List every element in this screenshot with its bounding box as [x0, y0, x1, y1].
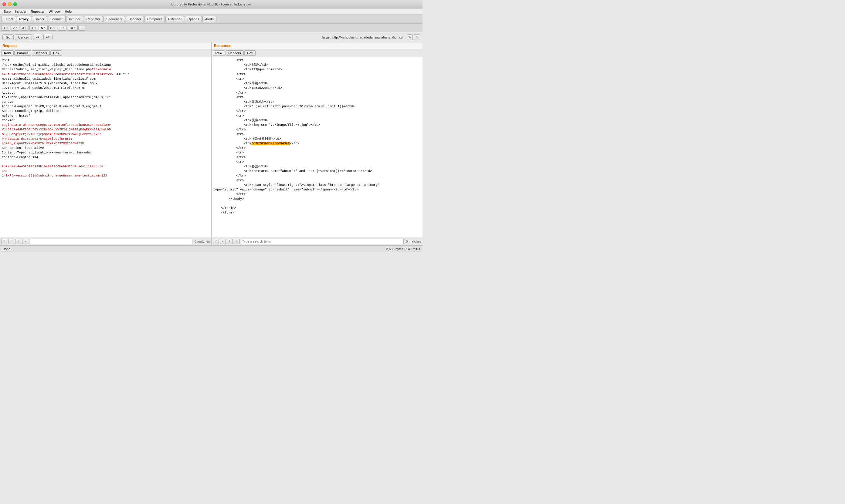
- tab-decoder[interactable]: Decoder: [126, 16, 144, 22]
- menu-help[interactable]: Help: [63, 10, 74, 14]
- close-tab-10[interactable]: ×: [74, 26, 75, 30]
- menu-window[interactable]: Window: [47, 10, 62, 14]
- status-bar: Done 2,633 bytes | 147 millis: [0, 245, 422, 252]
- prev-button[interactable]: ◂▾: [33, 34, 42, 40]
- menu-repeater[interactable]: Repeater: [29, 10, 46, 14]
- response-tab-headers[interactable]: Headers: [225, 50, 244, 56]
- window-title: Burp Suite Professional v1.5.18 - licens…: [172, 2, 251, 6]
- response-header: Response: [211, 42, 423, 50]
- num-tab-4[interactable]: 4×: [30, 25, 38, 31]
- tab-sequencer[interactable]: Sequencer: [103, 16, 125, 22]
- response-tab-raw[interactable]: Raw: [213, 50, 225, 56]
- tab-scanner[interactable]: Scanner: [48, 16, 66, 22]
- tab-intruder[interactable]: Intruder: [66, 16, 83, 22]
- num-tab-5[interactable]: 5×: [39, 25, 48, 31]
- num-tab-2[interactable]: 2×: [11, 25, 19, 31]
- tab-alerts[interactable]: Alerts: [203, 16, 217, 22]
- main-content: Request Raw Params Headers Hex POST /hac…: [0, 42, 422, 245]
- main-tabs: Target Proxy Spider Scanner Intruder Rep…: [0, 15, 422, 24]
- request-tab-params[interactable]: Params: [14, 50, 31, 56]
- request-header: Request: [0, 42, 211, 50]
- request-search-next-plus[interactable]: +: [15, 239, 21, 244]
- status-left: Done: [2, 247, 10, 251]
- response-content[interactable]: <tr> <td>邮箱</td> <td>123@qwe.com</td> </…: [211, 57, 423, 237]
- toolbar: Go Cancel ◂▾ ▸▾ Target: http://xishoulia…: [0, 32, 422, 42]
- tab-extender[interactable]: Extender: [166, 16, 184, 22]
- request-search-help[interactable]: ?: [1, 239, 7, 244]
- close-tab-5[interactable]: ×: [44, 26, 46, 30]
- close-tab-4[interactable]: ×: [34, 26, 36, 30]
- request-tab-headers[interactable]: Headers: [32, 50, 50, 56]
- close-button[interactable]: [2, 2, 6, 6]
- response-search-help[interactable]: ?: [213, 239, 219, 244]
- edit-icon[interactable]: ✎: [407, 34, 413, 40]
- request-search-prev[interactable]: ‹: [8, 239, 14, 244]
- num-tab-10[interactable]: 10×: [67, 25, 78, 31]
- num-tab-more[interactable]: ...: [78, 25, 85, 31]
- minimize-button[interactable]: [8, 2, 12, 6]
- cancel-button[interactable]: Cancel: [15, 34, 32, 40]
- close-tab-8[interactable]: ×: [53, 26, 55, 30]
- menu-burp[interactable]: Burp: [2, 10, 13, 14]
- response-search-bar: ? ‹ + › 0 matches: [211, 237, 423, 245]
- response-search-prev[interactable]: ‹: [220, 239, 226, 244]
- response-search-count: 0 matches: [404, 239, 421, 243]
- tab-comparer[interactable]: Comparer: [144, 16, 165, 22]
- close-tab-9[interactable]: ×: [63, 26, 64, 30]
- response-tab-hex[interactable]: Hex: [244, 50, 256, 56]
- menu-bar: Burp Intruder Repeater Window Help: [0, 8, 422, 15]
- status-right: 2,633 bytes | 147 millis: [386, 247, 420, 251]
- request-panel: Request Raw Params Headers Hex POST /hac…: [0, 42, 211, 245]
- num-tab-1[interactable]: 1×: [1, 25, 10, 31]
- response-panel: Response Raw Headers Hex <tr> <td>邮箱</td…: [211, 42, 423, 245]
- help-icon[interactable]: ?: [414, 34, 420, 40]
- next-button[interactable]: ▸▾: [44, 34, 52, 40]
- tab-spider[interactable]: Spider: [32, 16, 47, 22]
- target-label: Target: http://xishouliangmixiadedanling…: [321, 35, 406, 39]
- num-tabs-row: 1× 2× 3× 4× 5× 8× 9× 10× ...: [0, 24, 422, 32]
- response-search-next[interactable]: ›: [234, 239, 240, 244]
- menu-intruder[interactable]: Intruder: [13, 10, 28, 14]
- tab-proxy[interactable]: Proxy: [17, 16, 32, 22]
- close-tab-1[interactable]: ×: [6, 26, 8, 30]
- request-search-bar: ? ‹ + › 0 matches: [0, 237, 211, 245]
- num-tab-8[interactable]: 8×: [48, 25, 57, 31]
- go-button[interactable]: Go: [2, 34, 14, 40]
- request-search-input[interactable]: [29, 239, 192, 244]
- maximize-button[interactable]: [13, 2, 17, 6]
- request-tabs: Raw Params Headers Hex: [0, 50, 211, 57]
- response-tabs: Raw Headers Hex: [211, 50, 423, 57]
- title-bar: Burp Suite Professional v1.5.18 - licens…: [0, 0, 422, 8]
- request-content[interactable]: POST /hack_weibo/heihei_qishizhejiushi_w…: [0, 57, 211, 237]
- request-tab-hex[interactable]: Hex: [50, 50, 62, 56]
- response-search-next-plus[interactable]: +: [227, 239, 233, 244]
- tab-options[interactable]: Options: [185, 16, 202, 22]
- close-tab-3[interactable]: ×: [25, 26, 27, 30]
- request-search-count: 0 matches: [193, 239, 210, 243]
- tab-repeater[interactable]: Repeater: [84, 16, 103, 22]
- response-search-input[interactable]: [241, 239, 404, 244]
- tab-target[interactable]: Target: [1, 16, 16, 22]
- close-tab-2[interactable]: ×: [16, 26, 17, 30]
- request-search-next[interactable]: ›: [22, 239, 28, 244]
- request-tab-raw[interactable]: Raw: [1, 50, 14, 56]
- traffic-lights: [2, 2, 17, 6]
- num-tab-9[interactable]: 9×: [58, 25, 67, 31]
- num-tab-3[interactable]: 3×: [20, 25, 29, 31]
